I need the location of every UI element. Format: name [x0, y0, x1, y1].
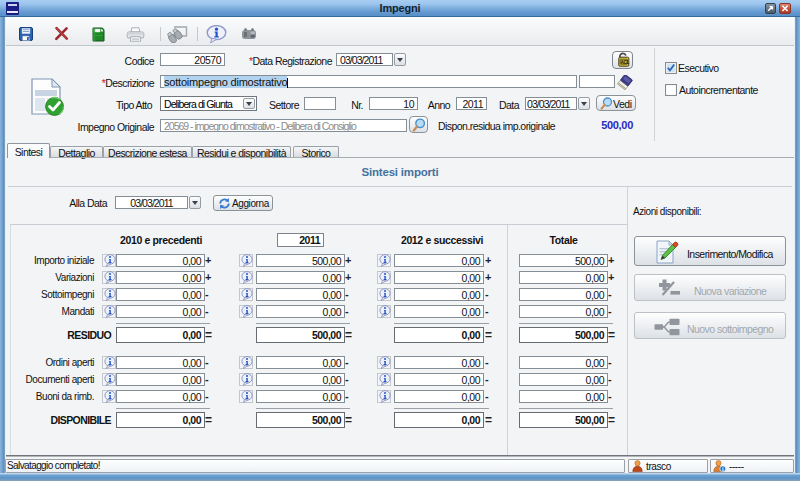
- svg-text:ACL: ACL: [620, 60, 629, 65]
